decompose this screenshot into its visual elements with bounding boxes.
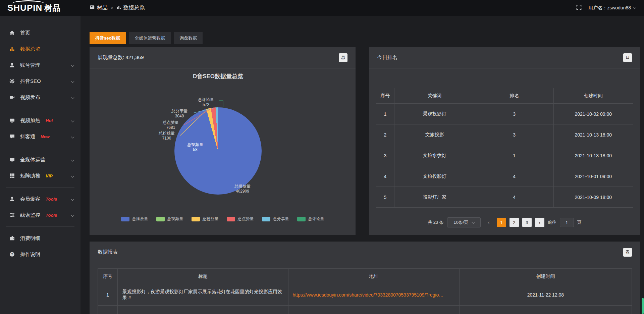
tab-media-ops-data[interactable]: 全媒体运营数据 bbox=[129, 32, 171, 44]
sidebar-item-douyin-seo[interactable]: 抖音SEO bbox=[0, 73, 80, 89]
table-row: 5投影灯厂家42021-10-09 18:00 bbox=[376, 187, 633, 208]
scrollbar-thumb[interactable] bbox=[642, 298, 644, 314]
tab-douyin-seo[interactable]: 抖音seo数据 bbox=[90, 32, 126, 44]
user-menu[interactable]: 用户名：zswodun88 bbox=[588, 5, 635, 11]
chevron-down-icon bbox=[71, 96, 74, 99]
sidebar-item-video-heat[interactable]: 视频加热 Hot bbox=[0, 112, 80, 128]
wallet-icon bbox=[9, 235, 15, 241]
col-created: 创建时间 bbox=[459, 269, 632, 284]
legend-item-shares[interactable]: 总分享量 bbox=[262, 216, 289, 222]
sidebar-item-expense-detail[interactable]: 消费明细 bbox=[0, 230, 80, 246]
breadcrumb: 树品 > 数据总览 bbox=[90, 4, 145, 11]
table-toggle-button[interactable]: 表 bbox=[623, 248, 632, 257]
legend-item-plays[interactable]: 总播放量 bbox=[121, 216, 148, 222]
monitor-icon bbox=[9, 157, 15, 163]
sidebar-item-member-baoke[interactable]: 会员爆客 Tools bbox=[0, 191, 80, 207]
legend-swatch bbox=[192, 217, 200, 221]
sidebar: 首页 数据总览 账号管理 抖音SEO 视频发布 视频加热 Hot 抖客通 New… bbox=[0, 16, 80, 314]
legend-swatch bbox=[156, 217, 165, 221]
chat-icon bbox=[9, 134, 15, 140]
table-row: 4文旅投影灯42021-10-01 09:00 bbox=[376, 166, 633, 187]
home-icon bbox=[9, 30, 15, 36]
page-size-select[interactable]: 10条/页 bbox=[447, 217, 481, 227]
video-icon bbox=[9, 95, 15, 100]
logo-text-en: SHUPIN bbox=[7, 3, 42, 13]
chevron-down-icon bbox=[633, 6, 636, 9]
grid-icon bbox=[9, 173, 15, 179]
chevron-down-icon bbox=[71, 135, 74, 138]
prev-page-button[interactable]: ‹ bbox=[484, 218, 493, 227]
sliders-icon bbox=[9, 212, 15, 218]
col-url: 地址 bbox=[288, 269, 459, 284]
data-source-tabs: 抖音seo数据 全媒体运营数据 询盘数据 bbox=[90, 32, 203, 44]
sidebar-item-data-overview[interactable]: 数据总览 bbox=[0, 41, 80, 57]
sidebar-item-video-publish[interactable]: 视频发布 bbox=[0, 89, 80, 105]
ranking-table: 序号 关键词 排名 创建时间 1景观投影灯32021-10-02 09:00 2… bbox=[376, 88, 633, 208]
sidebar-divider bbox=[6, 226, 74, 227]
pie-label-likes: 总点赞量7681 bbox=[157, 120, 184, 130]
pagination: 共 23 条 10条/页 ‹ 1 2 3 › 前往 页 bbox=[369, 217, 640, 227]
sidebar-item-account[interactable]: 账号管理 bbox=[0, 57, 80, 73]
legend-swatch bbox=[262, 217, 270, 221]
day-toggle-button[interactable]: 日 bbox=[623, 53, 632, 62]
page-button-3[interactable]: 3 bbox=[522, 218, 532, 227]
question-icon: ? bbox=[9, 252, 15, 257]
seo-pie-chart: D音SEO数据量总览 总评论量572 总分享量3049 总点赞量7681 总粉丝… bbox=[90, 68, 356, 234]
goto-label: 前往 bbox=[548, 219, 556, 225]
sidebar-item-home[interactable]: 首页 bbox=[0, 25, 80, 41]
tools-badge: Tools bbox=[46, 213, 57, 218]
col-title: 标题 bbox=[117, 269, 288, 284]
total-toggle-button[interactable]: 总 bbox=[339, 53, 347, 62]
legend-swatch bbox=[227, 217, 235, 221]
col-created: 创建时间 bbox=[553, 88, 633, 104]
user-icon bbox=[9, 62, 15, 68]
fullscreen-icon[interactable] bbox=[576, 5, 582, 11]
chevron-down-icon bbox=[71, 197, 74, 201]
tab-inquiry-data[interactable]: 询盘数据 bbox=[174, 32, 203, 44]
pie-leader-lines bbox=[90, 68, 356, 234]
sidebar-item-doukatong[interactable]: 抖客通 New bbox=[0, 128, 80, 145]
tv-icon bbox=[9, 118, 15, 123]
breadcrumb-current[interactable]: 数据总览 bbox=[116, 4, 145, 11]
bar-chart-icon bbox=[9, 46, 15, 52]
legend-item-comments[interactable]: 总评论量 bbox=[297, 216, 324, 222]
report-table: 序号 标题 地址 创建时间 1 景观投影灯，夜游景观投影灯厂家展示展示落花灯在花… bbox=[98, 268, 632, 314]
gear-icon bbox=[9, 78, 15, 84]
col-index: 序号 bbox=[376, 88, 394, 104]
sidebar-item-media-ops[interactable]: 全媒体运营 bbox=[0, 152, 80, 168]
report-video-title: 景观投影灯，夜游景观投影灯厂家展示展示落花灯在花园里的灯光投影应用效果 # bbox=[117, 284, 288, 306]
table-row: 3文旅水纹灯12021-10-13 18:00 bbox=[376, 145, 633, 166]
logo-text-cn: 树品 bbox=[44, 3, 60, 13]
pie-label-plays: 总播放量402909 bbox=[229, 184, 256, 194]
vip-badge: VIP bbox=[46, 173, 53, 178]
overview-title: 展现量总数: 421,369 bbox=[98, 54, 144, 61]
topbar: SHUPIN 树品 树品 > 数据总览 用户名：zswodun88 bbox=[0, 0, 644, 16]
legend-item-likes[interactable]: 总点赞量 bbox=[227, 216, 254, 222]
chevron-down-icon bbox=[71, 174, 74, 177]
svg-text:?: ? bbox=[11, 252, 13, 256]
breadcrumb-home[interactable]: 树品 bbox=[90, 4, 108, 11]
report-video-link[interactable]: https://www.iesdouyin.com/share/video/70… bbox=[288, 284, 459, 306]
main-content: 抖音seo数据 全媒体运营数据 询盘数据 展现量总数: 421,369 总 D音… bbox=[80, 16, 644, 314]
sidebar-item-matrix-boost[interactable]: 矩阵助推 VIP bbox=[0, 168, 80, 184]
chevron-down-icon bbox=[71, 158, 74, 161]
sidebar-divider bbox=[6, 187, 74, 188]
tools-badge: Tools bbox=[46, 197, 57, 202]
page-button-2[interactable]: 2 bbox=[509, 218, 519, 227]
ranking-title: 今日排名 bbox=[377, 54, 397, 61]
new-badge: New bbox=[41, 134, 50, 139]
legend-item-videos[interactable]: 总视频量 bbox=[156, 216, 183, 222]
chevron-down-icon bbox=[71, 119, 74, 122]
report-panel: 数据报表 表 序号 标题 地址 创建时间 1 景观投影灯，夜游景观投影灯厂家展示… bbox=[90, 242, 640, 314]
sidebar-item-instructions[interactable]: ? 操作说明 bbox=[0, 246, 80, 262]
goto-page-input[interactable] bbox=[560, 218, 574, 227]
chevron-down-icon bbox=[71, 213, 74, 217]
sidebar-item-clue-monitor[interactable]: 线索监控 Tools bbox=[0, 207, 80, 223]
legend-item-fans[interactable]: 总粉丝量 bbox=[192, 216, 219, 222]
col-keyword: 关键词 bbox=[394, 88, 475, 104]
next-page-button[interactable]: › bbox=[535, 218, 544, 227]
breadcrumb-separator: > bbox=[111, 5, 113, 10]
page-button-1[interactable]: 1 bbox=[497, 218, 506, 227]
legend-swatch bbox=[297, 217, 306, 221]
member-icon bbox=[9, 196, 15, 202]
